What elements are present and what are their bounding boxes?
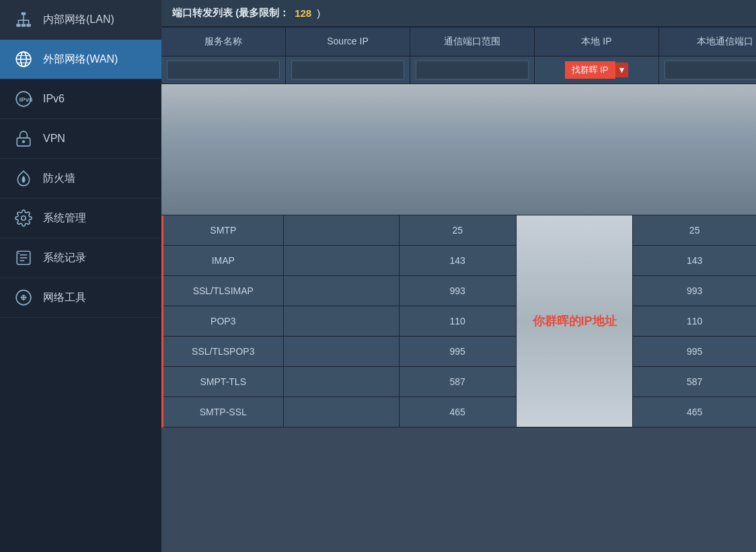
svg-point-17	[22, 140, 25, 143]
cell-local-ip: 你群晖的IP地址	[516, 215, 633, 427]
svg-point-18	[22, 216, 26, 221]
sidebar: 内部网络(LAN) 外部网络(WAN) IPv6 IPv6	[0, 0, 161, 552]
cell-local-port-sslimap: 993	[633, 276, 756, 306]
sidebar-label-lan: 内部网络(LAN)	[43, 13, 114, 27]
ipv6-icon: IPv6	[13, 89, 34, 109]
sidebar-item-nettool[interactable]: 网络工具	[0, 278, 161, 318]
column-headers: 服务名称 Source IP 通信端口范围 本地 IP 本地通信端口	[161, 28, 756, 57]
cell-local-port-smtpssl: 465	[633, 397, 756, 427]
cell-service-pop3: POP3	[163, 306, 284, 337]
cell-service-sslpop3: SSL/TLSPOP3	[163, 337, 284, 367]
cell-port-smtp: 25	[399, 215, 516, 246]
svg-rect-1	[16, 24, 21, 27]
sidebar-item-ipv6[interactable]: IPv6 IPv6	[0, 79, 161, 119]
cell-source-sslpop3	[283, 337, 399, 367]
table-limit: 128	[295, 7, 311, 19]
table-title-end: )	[317, 7, 320, 19]
sidebar-item-syslog[interactable]: 系统记录	[0, 238, 161, 278]
cell-port-sslimap: 993	[399, 276, 516, 306]
data-table-inner: SMTP 25 你群晖的IP地址 25 IMAP 143 143 SSL/TLS…	[161, 215, 756, 427]
table-title: 端口转发列表 (最多限制：	[172, 7, 289, 20]
svg-point-23	[18, 252, 20, 254]
filter-source-ip-input[interactable]	[291, 61, 404, 79]
filter-row: 找群晖 IP ▼	[161, 57, 756, 84]
table-row: SMTP 25 你群晖的IP地址 25	[163, 215, 757, 246]
vpn-icon	[13, 129, 34, 149]
cell-local-port-imap: 143	[633, 246, 756, 276]
sidebar-item-wan[interactable]: 外部网络(WAN)	[0, 40, 161, 79]
sidebar-label-sysadmin: 系统管理	[43, 211, 86, 226]
nettool-icon	[13, 287, 34, 308]
wan-icon	[13, 49, 34, 69]
cell-source-smtptls	[283, 367, 399, 397]
filter-port-range-input[interactable]	[416, 61, 529, 79]
sidebar-item-firewall[interactable]: 防火墙	[0, 159, 161, 199]
sidebar-item-lan[interactable]: 内部网络(LAN)	[0, 0, 161, 40]
sysadmin-icon	[13, 208, 34, 228]
cell-port-sslpop3: 995	[399, 337, 516, 367]
svg-rect-3	[26, 24, 31, 27]
table-row: SSL/TLSIMAP 993 993	[163, 276, 757, 306]
svg-text:IPv6: IPv6	[20, 96, 33, 103]
cell-service-smtpssl: SMTP-SSL	[163, 397, 284, 427]
table-row: POP3 110 110	[163, 306, 757, 337]
table-row: SMPT-TLS 587 587	[163, 367, 757, 397]
cell-source-smtpssl	[283, 397, 399, 427]
cell-port-pop3: 110	[399, 306, 516, 337]
cell-source-sslimap	[283, 276, 399, 306]
cell-source-smtp	[283, 215, 399, 246]
sidebar-label-wan: 外部网络(WAN)	[43, 53, 118, 67]
main-content: 端口转发列表 (最多限制： 128 ) 服务名称 Source IP 通信端口范…	[161, 0, 756, 552]
filter-cell-port-range	[410, 57, 535, 83]
sidebar-label-nettool: 网络工具	[43, 291, 86, 305]
col-header-local-ip: 本地 IP	[535, 28, 659, 56]
cell-service-smtp: SMTP	[163, 215, 284, 246]
table-row: SMTP-SSL 465 465	[163, 397, 757, 427]
col-header-source-ip: Source IP	[286, 28, 410, 56]
sidebar-item-vpn[interactable]: VPN	[0, 119, 161, 159]
col-header-local-port: 本地通信端口	[659, 28, 756, 56]
col-header-port-range: 通信端口范围	[410, 28, 535, 56]
sidebar-label-firewall: 防火墙	[43, 172, 75, 186]
cell-source-imap	[283, 246, 399, 276]
cell-local-port-smtptls: 587	[633, 367, 756, 397]
sidebar-label-syslog: 系统记录	[43, 251, 86, 265]
filter-cell-local-port	[659, 57, 756, 83]
table-row: SSL/TLSPOP3 995 995	[163, 337, 757, 367]
cell-local-port-smtp: 25	[633, 215, 756, 246]
firewall-icon	[13, 168, 34, 188]
filter-local-port-input[interactable]	[665, 61, 756, 79]
cell-source-pop3	[283, 306, 399, 337]
cell-local-port-sslpop3: 995	[633, 337, 756, 367]
cell-port-imap: 143	[399, 246, 516, 276]
cell-service-sslimap: SSL/TLSIMAP	[163, 276, 284, 306]
sidebar-label-vpn: VPN	[43, 133, 65, 145]
svg-rect-2	[22, 24, 26, 27]
lan-icon	[13, 9, 34, 30]
col-header-service: 服务名称	[161, 28, 286, 56]
sidebar-item-sysadmin[interactable]: 系统管理	[0, 199, 161, 238]
find-ip-container: 找群晖 IP ▼	[565, 61, 629, 79]
filter-service-input[interactable]	[167, 61, 280, 79]
cell-local-port-pop3: 110	[633, 306, 756, 337]
cell-port-smtpssl: 465	[399, 397, 516, 427]
syslog-icon	[13, 248, 34, 268]
empty-area	[161, 84, 756, 215]
ip-column-text: 你群晖的IP地址	[523, 312, 626, 331]
sidebar-label-ipv6: IPv6	[43, 93, 65, 105]
table-row: IMAP 143 143	[163, 246, 757, 276]
svg-rect-0	[22, 12, 26, 15]
cell-service-smtptls: SMPT-TLS	[163, 367, 284, 397]
table-header-bar: 端口转发列表 (最多限制： 128 )	[161, 0, 756, 28]
cell-service-imap: IMAP	[163, 246, 284, 276]
find-ip-dropdown-button[interactable]: ▼	[615, 63, 629, 77]
filter-cell-service	[161, 57, 286, 83]
data-table: SMTP 25 你群晖的IP地址 25 IMAP 143 143 SSL/TLS…	[161, 215, 756, 552]
filter-cell-source-ip	[286, 57, 410, 83]
find-ip-button[interactable]: 找群晖 IP	[565, 61, 615, 79]
filter-cell-local-ip: 找群晖 IP ▼	[535, 57, 659, 83]
cell-port-smtptls: 587	[399, 367, 516, 397]
